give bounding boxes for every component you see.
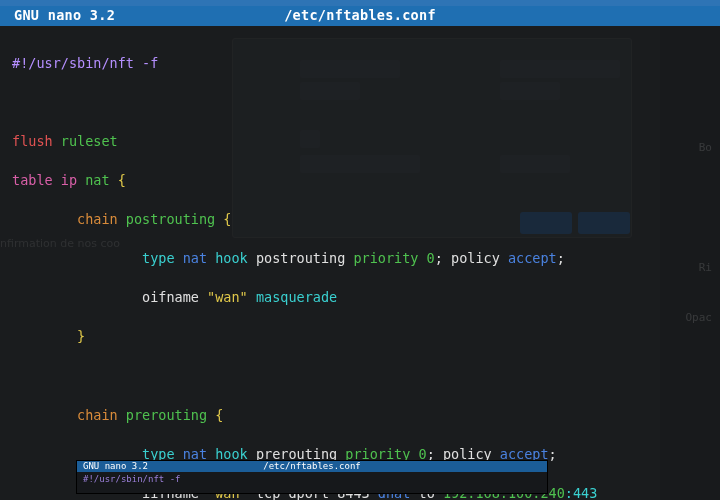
semicolon: ; — [435, 250, 443, 266]
brace-open: { — [223, 211, 231, 227]
kw-masquerade: masquerade — [256, 289, 337, 305]
kw-nat: nat — [85, 172, 109, 188]
nano-titlebar: GNU nano 3.2 /etc/nftables.conf — [0, 6, 720, 26]
editor-body[interactable]: #!/usr/sbin/nft -f flush ruleset table i… — [0, 26, 720, 500]
kw-policy: policy — [451, 250, 500, 266]
semicolon: ; — [549, 446, 557, 462]
shebang-line: #!/usr/sbin/nft -f — [12, 55, 158, 71]
editor-name: GNU nano 3.2 — [0, 6, 115, 26]
thumb-body: #!/usr/sbin/nft -f — [77, 472, 547, 487]
chain-prerouting: prerouting — [126, 407, 207, 423]
priority-0: 0 — [427, 250, 435, 266]
editor-filename: /etc/nftables.conf — [284, 6, 436, 26]
kw-flush: flush — [12, 133, 53, 149]
hook-postrouting: postrouting — [256, 250, 345, 266]
kw-ip: ip — [61, 172, 77, 188]
brace-open: { — [215, 407, 223, 423]
kw-hook: hook — [215, 250, 248, 266]
kw-ruleset: ruleset — [61, 133, 118, 149]
chain-postrouting: postrouting — [126, 211, 215, 227]
tok-nat: nat — [183, 250, 207, 266]
kw-accept: accept — [508, 250, 557, 266]
kw-chain: chain — [77, 407, 118, 423]
kw-chain: chain — [77, 211, 118, 227]
semicolon: ; — [557, 250, 565, 266]
thumbnail-preview: GNU nano 3.2 /etc/nftables.conf #!/usr/s… — [76, 460, 548, 494]
brace-open: { — [118, 172, 126, 188]
thumb-file: /etc/nftables.conf — [263, 461, 361, 472]
thumb-app: GNU nano 3.2 — [83, 461, 148, 472]
kw-priority: priority — [353, 250, 418, 266]
brace-close: } — [77, 328, 85, 344]
kw-type: type — [142, 250, 175, 266]
str-wan: "wan" — [207, 289, 248, 305]
kw-table: table — [12, 172, 53, 188]
kw-oifname: oifname — [142, 289, 199, 305]
